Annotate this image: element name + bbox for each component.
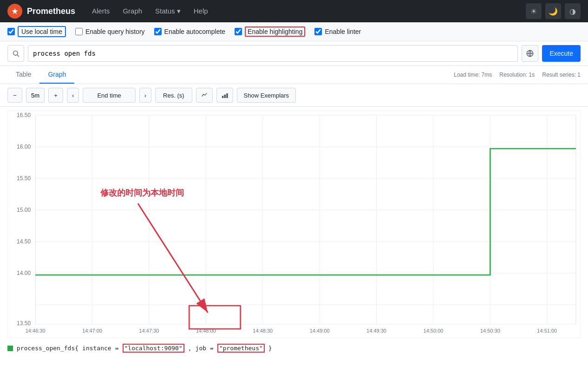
legend-text-suffix: } xyxy=(268,345,272,352)
graph-container: 16.50 16.00 15.50 15.00 14.50 14.00 13.5… xyxy=(7,111,581,338)
globe-button[interactable] xyxy=(522,45,538,62)
navbar: Prometheus Alerts Graph Status ▾ Help ☀ … xyxy=(0,0,588,22)
enable-linter-checkbox[interactable]: Enable linter xyxy=(314,28,361,35)
nav-status[interactable]: Status ▾ xyxy=(150,5,186,17)
tabs-area: Table Graph Load time: 7ms Resolution: 1… xyxy=(0,66,588,84)
prev-time-button[interactable]: ‹ xyxy=(67,88,79,103)
legend-instance-value: "localhost:9090" xyxy=(123,344,184,353)
end-time-button[interactable]: End time xyxy=(83,88,135,103)
legend-area: process_open_fds{instance="localhost:909… xyxy=(0,342,588,356)
svg-line-2 xyxy=(17,55,19,56)
svg-rect-7 xyxy=(226,93,228,98)
legend-equals-1: = xyxy=(115,345,119,352)
legend-text-prefix: process_open_fds{ xyxy=(17,345,78,352)
svg-text:14.50: 14.50 xyxy=(17,238,31,245)
settings-bar: Use local time Enable query history Enab… xyxy=(0,22,588,41)
brand-title: Prometheus xyxy=(27,7,75,16)
enable-highlighting-input[interactable] xyxy=(235,28,242,35)
brand: Prometheus xyxy=(7,4,75,19)
graph-toolbar: − 5m + ‹ End time › Res. (s) Show Exempl… xyxy=(0,84,588,107)
theme-light-button[interactable]: ☀ xyxy=(526,3,542,19)
stacked-chart-button[interactable] xyxy=(216,88,233,103)
navbar-right: ☀ 🌙 ◑ xyxy=(526,3,581,19)
load-time: Load time: 7ms xyxy=(454,72,492,78)
search-button[interactable] xyxy=(7,45,24,62)
resolution: Resolution: 1s xyxy=(499,72,535,78)
execute-button[interactable]: Execute xyxy=(542,45,581,62)
duration-display: 5m xyxy=(26,88,45,103)
nav-help[interactable]: Help xyxy=(188,5,214,17)
enable-query-history-checkbox[interactable]: Enable query history xyxy=(75,28,145,35)
enable-query-history-input[interactable] xyxy=(75,28,83,35)
svg-text:16.50: 16.50 xyxy=(17,112,31,118)
legend-color-swatch xyxy=(7,346,13,351)
svg-text:14:48:30: 14:48:30 xyxy=(253,328,273,334)
svg-text:14:49:30: 14:49:30 xyxy=(366,328,386,334)
query-bar: Execute xyxy=(0,41,588,66)
svg-text:14:46:30: 14:46:30 xyxy=(26,328,46,334)
svg-rect-6 xyxy=(224,95,225,98)
svg-text:14:51:00: 14:51:00 xyxy=(537,328,557,334)
legend-job-key: job xyxy=(196,345,206,352)
svg-rect-8 xyxy=(7,111,581,338)
svg-text:14:47:00: 14:47:00 xyxy=(82,328,102,334)
theme-dark-button[interactable]: 🌙 xyxy=(545,3,561,19)
resolution-button[interactable]: Res. (s) xyxy=(155,88,192,103)
svg-text:16.00: 16.00 xyxy=(17,144,31,150)
graph-svg: 16.50 16.00 15.50 15.00 14.50 14.00 13.5… xyxy=(7,111,581,338)
legend-comma: , xyxy=(188,345,192,352)
next-time-button[interactable]: › xyxy=(139,88,151,103)
svg-text:14:50:00: 14:50:00 xyxy=(424,328,444,334)
theme-contrast-button[interactable]: ◑ xyxy=(565,3,581,19)
svg-text:14:47:30: 14:47:30 xyxy=(139,328,159,334)
use-local-time-input[interactable] xyxy=(7,28,15,35)
result-series: Result series: 1 xyxy=(542,72,581,78)
enable-linter-label: Enable linter xyxy=(325,28,361,35)
query-input[interactable] xyxy=(28,45,518,62)
svg-rect-5 xyxy=(222,96,223,98)
svg-text:15.50: 15.50 xyxy=(17,175,31,182)
line-chart-button[interactable] xyxy=(196,88,213,103)
legend-instance-key: instance xyxy=(82,345,111,352)
svg-text:14:49:00: 14:49:00 xyxy=(310,328,330,334)
legend-job-value: "prometheus" xyxy=(217,344,265,353)
svg-text:13.50: 13.50 xyxy=(17,320,31,327)
svg-point-1 xyxy=(13,51,18,55)
result-info: Load time: 7ms Resolution: 1s Result ser… xyxy=(454,72,581,78)
graph-area: 16.50 16.00 15.50 15.00 14.50 14.00 13.5… xyxy=(0,107,588,342)
use-local-time-checkbox[interactable]: Use local time xyxy=(7,26,66,37)
show-exemplars-button[interactable]: Show Exemplars xyxy=(237,88,296,103)
enable-linter-input[interactable] xyxy=(314,28,322,35)
enable-highlighting-checkbox[interactable]: Enable highlighting xyxy=(235,26,305,37)
nav-alerts[interactable]: Alerts xyxy=(86,5,115,17)
enable-autocomplete-label: Enable autocomplete xyxy=(164,28,226,35)
enable-autocomplete-checkbox[interactable]: Enable autocomplete xyxy=(154,28,226,35)
duration-increase-button[interactable]: + xyxy=(48,88,63,103)
svg-text:15.00: 15.00 xyxy=(17,207,31,213)
nav-links: Alerts Graph Status ▾ Help xyxy=(86,5,515,17)
legend-equals-2: = xyxy=(210,345,214,352)
tabs: Table Graph xyxy=(7,66,74,84)
tab-table[interactable]: Table xyxy=(7,66,39,84)
enable-autocomplete-input[interactable] xyxy=(154,28,162,35)
svg-text:14:50:30: 14:50:30 xyxy=(480,328,500,334)
use-local-time-label: Use local time xyxy=(18,26,66,37)
enable-query-history-label: Enable query history xyxy=(85,28,145,35)
svg-text:14.00: 14.00 xyxy=(17,270,31,276)
prometheus-logo xyxy=(7,4,22,19)
nav-graph[interactable]: Graph xyxy=(117,5,148,17)
tab-graph[interactable]: Graph xyxy=(39,66,74,84)
duration-decrease-button[interactable]: − xyxy=(7,88,22,103)
enable-highlighting-label: Enable highlighting xyxy=(245,26,305,37)
